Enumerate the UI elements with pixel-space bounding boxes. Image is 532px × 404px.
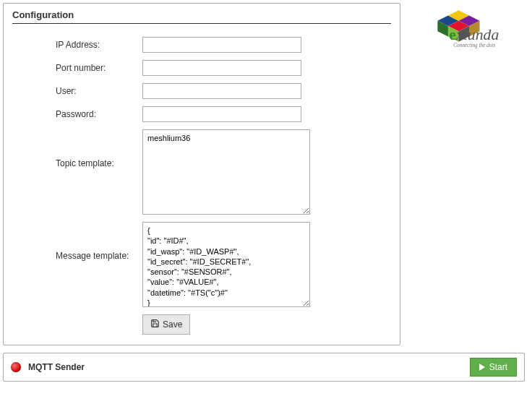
logo: extunda Connecting the dots xyxy=(400,3,529,63)
mqtt-sender-panel: MQTT Sender Start xyxy=(3,353,525,382)
topic-label: Topic template: xyxy=(12,129,142,168)
message-template-input[interactable] xyxy=(142,222,310,307)
logo-tagline: Connecting the dots xyxy=(453,43,495,48)
save-button-label: Save xyxy=(163,319,182,330)
password-label: Password: xyxy=(12,109,142,119)
configuration-panel: Configuration IP Address: Port number: U… xyxy=(3,3,400,345)
user-label: User: xyxy=(12,86,142,96)
svg-text:extunda: extunda xyxy=(449,26,499,43)
start-button-label: Start xyxy=(489,362,507,372)
ip-input[interactable] xyxy=(142,37,301,53)
mqtt-sender-title: MQTT Sender xyxy=(28,362,85,372)
port-input[interactable] xyxy=(142,60,301,76)
user-input[interactable] xyxy=(142,83,301,99)
config-title: Configuration xyxy=(12,9,391,24)
start-button[interactable]: Start xyxy=(470,358,517,377)
message-label: Message template: xyxy=(12,222,142,261)
save-button[interactable]: Save xyxy=(142,314,190,335)
ip-label: IP Address: xyxy=(12,40,142,50)
extunda-logo-icon: extunda Connecting the dots xyxy=(415,3,523,61)
topic-template-input[interactable] xyxy=(142,129,310,215)
password-input[interactable] xyxy=(142,106,301,122)
play-icon xyxy=(479,364,485,371)
status-indicator-icon xyxy=(11,362,21,372)
save-icon xyxy=(150,319,160,330)
port-label: Port number: xyxy=(12,63,142,73)
